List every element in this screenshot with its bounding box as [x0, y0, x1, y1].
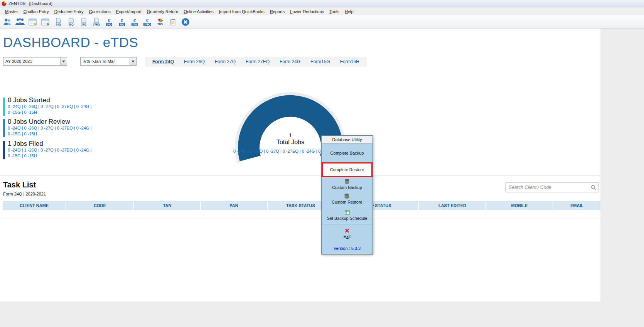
form-27q-badge: 27Q [81, 23, 86, 26]
task-list-title: Task List [3, 180, 36, 189]
form-27eq-toolbar-button[interactable]: 27EQ [91, 16, 101, 28]
etds-27eq-toolbar-button[interactable]: e27EQ [142, 16, 152, 28]
toolbar: 24Q 26Q 27Q 27EQ e24Q e26Q e27Q e27EQ TD… [0, 15, 644, 29]
client-search-box [505, 182, 599, 192]
popup-item-custom-backup[interactable]: Custom Backup [322, 177, 373, 192]
popup-version: Version : 5.3.3 [322, 243, 373, 254]
menu-item-corrections[interactable]: Corrections [86, 8, 113, 15]
form-27eq-badge: 27EQ [93, 23, 100, 26]
exit-x-icon [345, 228, 349, 233]
tab-form-26q[interactable]: Form 26Q [179, 57, 210, 66]
tab-form-27eq[interactable]: Form 27EQ [241, 57, 275, 66]
search-icon[interactable] [591, 185, 596, 190]
popup-title: Database Utility [322, 136, 373, 143]
database-restore-icon [344, 194, 350, 199]
tab-form-27q[interactable]: Form 27Q [210, 57, 241, 66]
popup-item-label: Complete Restore [330, 167, 364, 172]
menu-item-quarterly-return[interactable]: Quarterly Return [144, 8, 181, 15]
column-header-email[interactable]: EMAIL [553, 201, 600, 210]
etds-24q-toolbar-button[interactable]: e24Q [104, 16, 114, 28]
tds-certificate-toolbar-button[interactable]: TDS [155, 16, 165, 28]
menu-item-import-from-quickbooks[interactable]: Import from QuickBooks [216, 8, 267, 15]
app-icon[interactable] [2, 1, 7, 6]
clients-toolbar-button[interactable] [2, 16, 12, 28]
tab-form-15g[interactable]: Form15G [305, 57, 335, 66]
stat-color-bar [3, 119, 5, 137]
menu-bar: Master Challan Entry Deductee Entry Corr… [0, 7, 644, 15]
stat-breakdown-line: 0 -15G | 0 -15H [8, 131, 91, 137]
stat-jobs-under-review: 0 Jobs Under Review 0 -24Q | 0 -26Q | 0 … [3, 118, 91, 137]
page-title: DASHBOARD - eTDS [3, 35, 138, 50]
column-header-pan[interactable]: PAN [201, 201, 268, 210]
menu-item-challan-entry[interactable]: Challan Entry [21, 8, 52, 15]
form-24q-badge: 24Q [56, 23, 61, 26]
close-toolbar-button[interactable] [180, 16, 191, 28]
etds-26q-toolbar-button[interactable]: e26Q [117, 16, 127, 28]
deductee-form-toolbar-button[interactable] [40, 16, 51, 28]
form-27q-icon [81, 18, 87, 23]
section-divider [0, 175, 600, 176]
etds-27q-toolbar-button[interactable]: e27Q [130, 16, 140, 28]
menu-item-deductee-entry[interactable]: Deductee Entry [52, 8, 86, 15]
column-header-tan[interactable]: TAN [134, 201, 201, 210]
popup-item-complete-restore[interactable]: Complete Restore [322, 162, 373, 177]
report-notes-toolbar-button[interactable] [168, 16, 178, 28]
stat-breakdown-line: 0 -24Q | 1 -26Q | 0 -27Q | 0 -27EQ | 0 -… [8, 147, 91, 153]
stat-title: 0 Jobs Started [8, 96, 91, 104]
stat-breakdown-line: 0 -24Q | 0 -26Q | 0 -27Q | 0 -27EQ | 0 -… [8, 104, 91, 110]
form-27eq-icon [93, 18, 99, 23]
menu-item-tools[interactable]: Tools [327, 8, 342, 15]
database-icon [345, 179, 349, 184]
form-26q-icon [68, 18, 74, 23]
quarter-select[interactable]: IVth->Jan To Mar [80, 57, 137, 66]
form-27q-toolbar-button[interactable]: 27Q [79, 16, 89, 28]
tab-form-15h[interactable]: Form15H [335, 57, 364, 66]
task-list-subtitle: Form 24Q | 2020-2021 [3, 192, 46, 196]
deductee-group-icon [15, 18, 25, 26]
etds-24q-icon: e24Q [106, 17, 112, 26]
menu-item-help[interactable]: Help [342, 8, 356, 15]
search-input[interactable] [506, 185, 591, 190]
stat-breakdown-line: 0 -24Q | 0 -26Q | 0 -27Q | 0 -27EQ | 0 -… [8, 125, 91, 131]
stat-title: 0 Jobs Under Review [8, 118, 91, 125]
assessment-year-value: AY 2020-2021 [3, 57, 60, 65]
stat-title: 1 Jobs Filed [8, 140, 91, 147]
assessment-year-select[interactable]: AY 2020-2021 [3, 57, 67, 66]
form-tabbar: Form 24Q Form 26Q Form 27Q Form 27EQ For… [145, 57, 367, 67]
stat-jobs-started: 0 Jobs Started 0 -24Q | 0 -26Q | 0 -27Q … [3, 96, 91, 115]
chevron-down-icon[interactable] [130, 57, 136, 65]
form-26q-badge: 26Q [68, 23, 73, 26]
database-utility-popup: Database Utility Complete Backup Complet… [321, 135, 373, 255]
form-26q-toolbar-button[interactable]: 26Q [66, 16, 76, 28]
task-table-header: CLIENT NAME CODE TAN PAN TASK STATUS FIL… [3, 201, 600, 210]
tab-form-24g[interactable]: Form 24G [275, 57, 305, 66]
chevron-down-icon[interactable] [60, 57, 67, 65]
popup-item-exit[interactable]: Exit [322, 224, 373, 243]
column-header-client-name[interactable]: CLIENT NAME [3, 201, 66, 210]
tab-form-24q[interactable]: Form 24Q [147, 57, 179, 66]
menu-item-master[interactable]: Master [2, 8, 21, 15]
etds-27eq-icon: e27EQ [143, 17, 152, 26]
menu-item-export-import[interactable]: Export/Import [113, 8, 144, 15]
menu-item-lower-deductions[interactable]: Lower Deductions [287, 8, 327, 15]
popup-item-label: Complete Backup [330, 151, 364, 155]
quarter-value: IVth->Jan To Mar [81, 57, 130, 65]
column-header-mobile[interactable]: MOBILE [486, 201, 553, 210]
popup-item-set-backup-schedule[interactable]: Set Backup Schedule [322, 206, 373, 224]
column-header-code[interactable]: CODE [66, 201, 134, 210]
deductee-group-toolbar-button[interactable] [15, 16, 25, 28]
menu-item-reports[interactable]: Reports [267, 8, 288, 15]
form-24q-toolbar-button[interactable]: 24Q [53, 16, 63, 28]
schedule-grid-icon [345, 210, 350, 215]
menu-item-online-activities[interactable]: Online Activities [181, 8, 216, 15]
column-header-last-edited[interactable]: LAST EDITED [419, 201, 486, 210]
popup-item-label: Exit [344, 234, 351, 239]
stat-jobs-filed: 1 Jobs Filed 0 -24Q | 1 -26Q | 0 -27Q | … [3, 140, 91, 159]
challan-form-toolbar-button[interactable] [28, 16, 38, 28]
challan-form-icon [28, 18, 37, 26]
popup-item-label: Set Backup Schedule [327, 216, 367, 221]
popup-item-custom-restore[interactable]: Custom Restore [322, 192, 373, 206]
etds-27q-icon: e27Q [131, 17, 138, 26]
report-notes-icon [169, 18, 176, 26]
popup-item-complete-backup[interactable]: Complete Backup [322, 143, 373, 162]
